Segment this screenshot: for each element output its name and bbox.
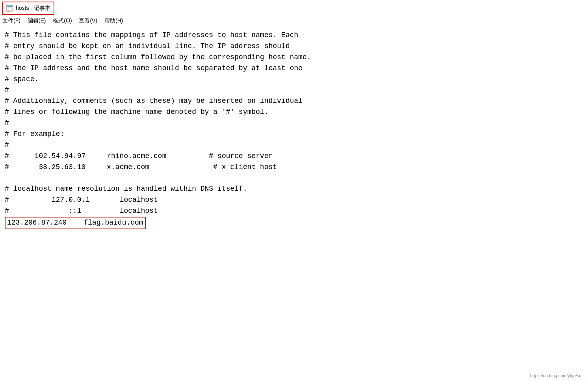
editor-area[interactable]: # This file contains the mappings of IP …: [0, 27, 588, 232]
menu-view[interactable]: 查看(V): [79, 17, 97, 24]
notepad-icon: [6, 5, 13, 12]
menu-edit[interactable]: 编辑(E): [28, 17, 46, 24]
line-0: # This file contains the mappings of IP …: [5, 31, 298, 39]
line-3: # The IP address and the host name shoul…: [5, 64, 302, 72]
menu-format[interactable]: 格式(O): [53, 17, 72, 24]
line-12: # 38.25.63.10 x.acme.com # x client host: [5, 163, 277, 171]
line-10: #: [5, 141, 9, 149]
window-title: hosts - 记事本: [16, 5, 50, 12]
svg-rect-1: [7, 5, 12, 7]
menu-file[interactable]: 文件(F): [2, 17, 20, 24]
line-16: # ::1 localhost: [5, 207, 158, 215]
line-8: #: [5, 119, 9, 127]
line-1: # entry should be kept on an individual …: [5, 42, 290, 50]
line-11: # 102.54.94.97 rhino.acme.com # source s…: [5, 152, 273, 160]
watermark: https://cn.bing.com/ylap/sc...: [530, 373, 585, 378]
title-bar: hosts - 记事本: [2, 2, 54, 15]
line-2: # be placed in the first column followed…: [5, 53, 311, 61]
line-4: # space.: [5, 75, 39, 83]
line-7: # lines or following the machine name de…: [5, 108, 269, 116]
line-5: #: [5, 86, 9, 94]
line-9: # For example:: [5, 130, 64, 138]
menu-help[interactable]: 帮助(H): [104, 17, 123, 24]
menu-bar: 文件(F) 编辑(E) 格式(O) 查看(V) 帮助(H): [0, 17, 588, 27]
line-6: # Additionally, comments (such as these)…: [5, 97, 302, 105]
last-line: 123.206.87.240 flag.baidu.com: [5, 217, 146, 229]
line-15: # 127.0.0.1 localhost: [5, 196, 158, 204]
line-14: # localhost name resolution is handled w…: [5, 185, 247, 193]
